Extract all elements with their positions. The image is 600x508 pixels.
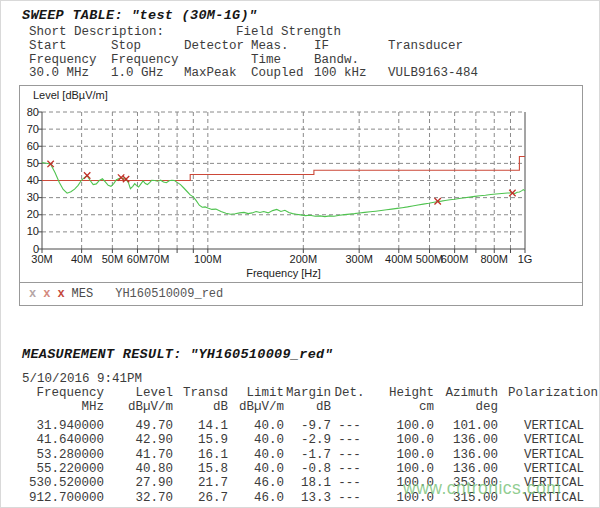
table-cell: VERTICAL <box>498 433 584 447</box>
table-cell: 40.0 <box>228 433 284 447</box>
table-cell: --- <box>331 476 368 490</box>
chart-plot-area: Level [dBµV/m]0102030405060708030M40M50M… <box>20 86 582 282</box>
table-cell: --- <box>331 491 368 505</box>
sweep-table-body: Short Description:Field Strength Start F… <box>29 26 538 81</box>
legend-x-icon: x <box>29 283 36 305</box>
table-cell: 912.700000 <box>22 491 104 505</box>
measurement-datetime: 5/10/2016 9:41PM <box>22 372 598 386</box>
table-cell: 136.00 <box>434 433 498 447</box>
svg-text:30M: 30M <box>31 253 52 265</box>
table-cell: 40.0 <box>228 462 284 476</box>
svg-text:50: 50 <box>27 157 39 169</box>
sweep-table-title: SWEEP TABLE: "test (30M-1G)" <box>22 8 538 23</box>
table-cell: VERTICAL <box>498 462 584 476</box>
sweep-col-start: Start Frequency 30.0 MHz <box>29 40 111 81</box>
svg-text:60M: 60M <box>127 253 148 265</box>
table-cell: 40.0 <box>228 419 284 433</box>
legend-marker-icons: xxx <box>29 287 72 301</box>
table-cell: 53.280000 <box>22 448 104 462</box>
measurement-table-row: 55.22000040.8015.840.0-0.8---100.0136.00… <box>22 462 598 476</box>
sweep-col-transducer: Transducer VULB9163-484 <box>388 40 538 81</box>
table-cell: -1.7 <box>284 448 331 462</box>
table-cell: VERTICAL <box>498 419 584 433</box>
svg-text:40: 40 <box>27 174 39 186</box>
table-cell: --- <box>331 462 368 476</box>
report-page: SWEEP TABLE: "test (30M-1G)" Short Descr… <box>0 0 600 508</box>
sweep-col-stop: Stop Frequency 1.0 GHz <box>111 40 184 81</box>
chart-legend: xxxMESYH160510009_red <box>20 282 582 305</box>
chart-svg: Level [dBµV/m]0102030405060708030M40M50M… <box>20 86 582 282</box>
legend-trace-name: YH160510009_red <box>115 287 223 301</box>
table-cell: 42.90 <box>104 433 173 447</box>
svg-text:600M: 600M <box>441 253 469 265</box>
svg-text:400M: 400M <box>385 253 413 265</box>
table-cell: 136.00 <box>434 448 498 462</box>
measurement-table-row: 31.94000049.7014.140.0-9.7---100.0101.00… <box>22 419 598 433</box>
table-cell: 41.640000 <box>22 433 104 447</box>
table-cell: 41.70 <box>104 448 173 462</box>
svg-text:10: 10 <box>27 225 39 237</box>
svg-text:80: 80 <box>27 106 39 118</box>
svg-text:40M: 40M <box>71 253 92 265</box>
sweep-col-meas-time: Meas. Time Coupled <box>251 40 314 81</box>
table-cell: 100.0 <box>368 448 434 462</box>
table-cell: -0.8 <box>284 462 331 476</box>
table-cell: 136.00 <box>434 462 498 476</box>
svg-text:70M: 70M <box>148 253 169 265</box>
table-cell: 55.220000 <box>22 462 104 476</box>
level-frequency-chart: Level [dBµV/m]0102030405060708030M40M50M… <box>19 85 583 306</box>
table-cell: 100.0 <box>368 419 434 433</box>
table-cell: 16.1 <box>173 448 228 462</box>
limit-line <box>42 157 525 181</box>
svg-text:300M: 300M <box>345 253 373 265</box>
svg-text:70: 70 <box>27 123 39 135</box>
sweep-col-detector: Detector MaxPeak <box>184 40 251 81</box>
table-cell: VERTICAL <box>498 448 584 462</box>
measurement-table-row: 53.28000041.7016.140.0-1.7---100.0136.00… <box>22 448 598 462</box>
table-cell: 18.1 <box>284 476 331 490</box>
table-cell: 32.70 <box>104 491 173 505</box>
table-cell: 46.0 <box>228 476 284 490</box>
table-cell: 27.90 <box>104 476 173 490</box>
table-cell: 26.7 <box>173 491 228 505</box>
legend-x-icon: x <box>43 283 50 305</box>
measurement-table-row: 41.64000042.9015.940.0-2.9---100.0136.00… <box>22 433 598 447</box>
svg-text:200M: 200M <box>290 253 318 265</box>
svg-text:1G: 1G <box>518 253 533 265</box>
table-cell: -2.9 <box>284 433 331 447</box>
svg-text:50M: 50M <box>102 253 123 265</box>
svg-text:30: 30 <box>27 191 39 203</box>
sweep-col-if-bandwidth: IF Bandw. 100 kHz <box>314 40 388 81</box>
table-cell: 14.1 <box>173 419 228 433</box>
sweep-table-section: SWEEP TABLE: "test (30M-1G)" Short Descr… <box>22 8 538 81</box>
svg-text:100M: 100M <box>194 253 222 265</box>
table-cell: 100.0 <box>368 462 434 476</box>
table-cell: 31.940000 <box>22 419 104 433</box>
svg-text:20: 20 <box>27 208 39 220</box>
watermark: www.cntronics.com <box>403 478 561 499</box>
measurement-table-header-row1: FrequencyLevelTransdLimitMarginDet.Heigh… <box>22 386 598 400</box>
svg-text:60: 60 <box>27 140 39 152</box>
short-description-label: Short Description: <box>29 26 236 40</box>
table-cell: 40.80 <box>104 462 173 476</box>
x-axis-title: Frequency [Hz] <box>246 267 321 279</box>
measurement-table-header-row2: MHzdBµV/mdBdBµV/mdBcmdeg <box>22 400 598 414</box>
legend-x-icon: x <box>57 283 64 305</box>
table-cell: 40.0 <box>228 448 284 462</box>
svg-text:800M: 800M <box>480 253 508 265</box>
y-axis-title: Level [dBµV/m] <box>33 89 108 101</box>
table-cell: 100.0 <box>368 433 434 447</box>
table-cell: 49.70 <box>104 419 173 433</box>
table-cell: --- <box>331 419 368 433</box>
table-cell: 15.9 <box>173 433 228 447</box>
table-cell: 530.520000 <box>22 476 104 490</box>
table-cell: --- <box>331 448 368 462</box>
legend-label: MES <box>72 287 94 301</box>
table-cell: 13.3 <box>284 491 331 505</box>
measurement-result-title: MEASUREMENT RESULT: "YH160510009_red" <box>22 347 598 362</box>
table-cell: 15.8 <box>173 462 228 476</box>
table-cell: -9.7 <box>284 419 331 433</box>
table-cell: 46.0 <box>228 491 284 505</box>
table-cell: 101.00 <box>434 419 498 433</box>
chart-axis-labels: Level [dBµV/m]0102030405060708030M40M50M… <box>27 89 533 279</box>
